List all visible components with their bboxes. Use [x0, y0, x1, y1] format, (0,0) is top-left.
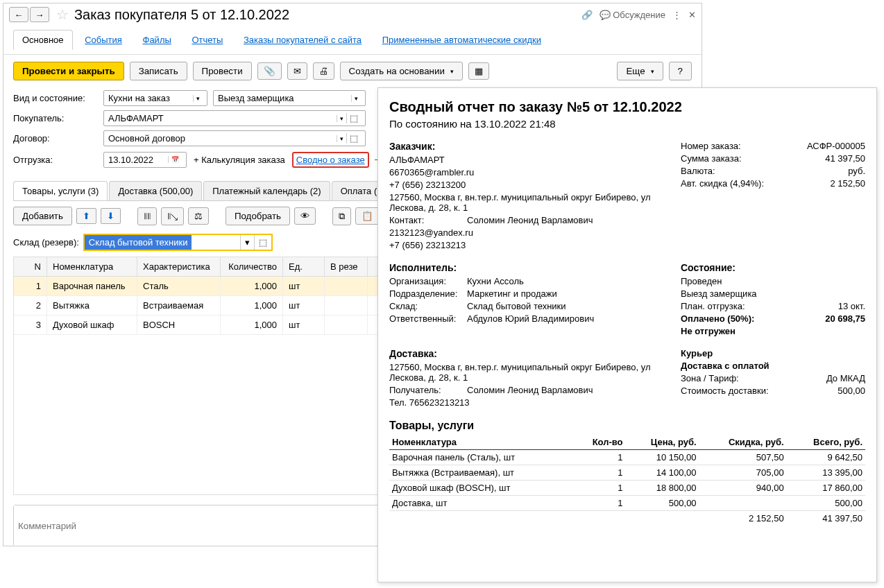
- report-goods-table: Номенклатура Кол-во Цена, руб. Скидка, р…: [389, 435, 865, 526]
- create-based-button[interactable]: Создать на основании: [340, 62, 463, 80]
- summary-link-highlight: Сводно о заказе: [292, 152, 369, 168]
- toolbar: Провести и закрыть Записать Провести 📎 ✉…: [3, 55, 702, 87]
- scanner-button[interactable]: ⦀↘: [161, 207, 184, 225]
- th-quantity[interactable]: Количество: [221, 257, 283, 276]
- summary-link[interactable]: Сводно о заказе: [296, 155, 365, 165]
- add-row-button[interactable]: Добавить: [13, 207, 72, 225]
- shipment-date-input[interactable]: 13.10.2022📅: [103, 152, 187, 168]
- delivery-heading: Доставка:: [389, 348, 667, 359]
- buyer-input[interactable]: АЛЬФАМАРТ▾⬚: [103, 110, 366, 126]
- view-button[interactable]: 👁: [294, 207, 316, 225]
- save-button[interactable]: Записать: [130, 62, 187, 80]
- shipment-label: Отгрузка:: [13, 155, 103, 165]
- titlebar: ← → ☆ Заказ покупателя 5 от 12.10.2022 🔗…: [3, 3, 702, 26]
- executor-heading: Исполнитель:: [389, 262, 667, 273]
- warehouse-label: Склад (резерв):: [13, 237, 79, 248]
- attach-menu[interactable]: 📎: [257, 62, 282, 80]
- buyer-label: Покупатель:: [13, 113, 103, 123]
- discussion-button[interactable]: 💬 Обсуждение: [600, 10, 665, 20]
- contract-input[interactable]: Основной договор▾⬚: [103, 130, 366, 146]
- th-unit[interactable]: Ед.: [283, 257, 325, 276]
- post-and-close-button[interactable]: Провести и закрыть: [13, 62, 124, 80]
- subtab-delivery[interactable]: Доставка (500,00): [109, 181, 202, 200]
- goods-heading: Товары, услуги: [389, 420, 865, 432]
- page-title: Заказ покупателя 5 от 12.10.2022: [74, 7, 581, 23]
- tab-events[interactable]: События: [76, 31, 130, 49]
- close-icon[interactable]: ✕: [688, 10, 696, 20]
- tab-reports[interactable]: Отчеты: [183, 31, 231, 49]
- forward-button[interactable]: →: [30, 7, 49, 22]
- tab-site-orders[interactable]: Заказы покупателей с сайта: [235, 31, 370, 49]
- summary-report-panel: Сводный отчет по заказу №5 от 12.10.2022…: [377, 87, 877, 582]
- help-button[interactable]: ?: [669, 62, 692, 80]
- move-down-button[interactable]: ⬇: [101, 208, 121, 224]
- tab-files[interactable]: Файлы: [135, 31, 180, 49]
- status-heading: Состояние:: [681, 262, 865, 273]
- paste-button[interactable]: 📋: [355, 207, 380, 225]
- kebab-menu-icon[interactable]: ⋮: [672, 10, 681, 20]
- post-button[interactable]: Провести: [193, 62, 252, 80]
- th-n[interactable]: N: [14, 257, 47, 276]
- link-icon[interactable]: 🔗: [581, 10, 593, 20]
- tab-main[interactable]: Основное: [13, 30, 73, 50]
- favorite-icon[interactable]: ☆: [56, 6, 69, 23]
- subtab-goods[interactable]: Товары, услуги (3): [13, 181, 108, 200]
- report-title: Сводный отчет по заказу №5 от 12.10.2022: [389, 99, 865, 115]
- subtab-payment-calendar[interactable]: Платежный календарь (2): [203, 181, 330, 200]
- kind-label: Вид и состояние:: [13, 93, 103, 103]
- kind-select[interactable]: Кухни на заказ▾: [103, 90, 207, 106]
- report-asof: По состоянию на 13.10.2022 21:48: [389, 118, 865, 130]
- barcode-button[interactable]: ⦀⦀: [137, 207, 157, 225]
- contract-label: Договор:: [13, 133, 103, 144]
- main-tabs: Основное События Файлы Отчеты Заказы пок…: [3, 26, 702, 55]
- more-button[interactable]: Еще: [617, 62, 663, 80]
- state-select[interactable]: Выезд замерщика▾: [213, 90, 366, 106]
- th-nomenclature[interactable]: Номенклатура: [47, 257, 137, 276]
- back-button[interactable]: ←: [9, 7, 28, 22]
- warehouse-input[interactable]: Склад бытовой техники ▾ ⬚: [83, 234, 273, 251]
- copy-button[interactable]: ⧉: [332, 207, 351, 225]
- th-characteristic[interactable]: Характеристика: [137, 257, 221, 276]
- mail-button[interactable]: ✉: [287, 62, 307, 80]
- customer-heading: Заказчик:: [389, 141, 667, 152]
- tab-auto-discounts[interactable]: Примененные автоматические скидки: [374, 31, 550, 49]
- weight-button[interactable]: ⚖: [188, 207, 209, 225]
- pick-button[interactable]: Подобрать: [226, 207, 290, 225]
- move-up-button[interactable]: ⬆: [76, 208, 96, 224]
- structure-button[interactable]: ▦: [468, 62, 489, 80]
- calculation-link[interactable]: + Калькуляция заказа: [194, 155, 285, 165]
- print-menu[interactable]: 🖨: [313, 62, 334, 80]
- th-reserve[interactable]: В резе: [325, 257, 368, 276]
